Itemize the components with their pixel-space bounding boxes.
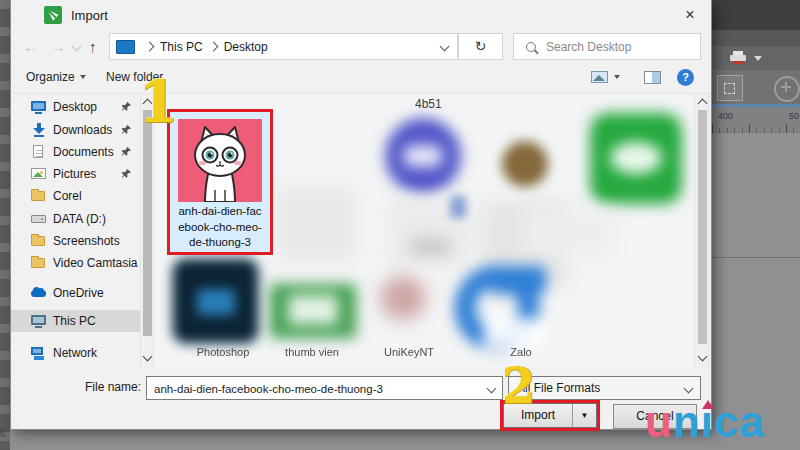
sidebar-item-this-pc[interactable]: This PC — [11, 310, 140, 332]
import-options-icon[interactable]: ▼ — [573, 404, 596, 427]
corel-toolbox-strip — [0, 0, 10, 450]
selected-file-name: anh-dai-dien-fac ebook-cho-meo- de-thuon… — [170, 204, 270, 251]
sidebar-item-pictures[interactable]: Pictures — [11, 163, 140, 185]
pin-icon — [121, 124, 132, 135]
file-label: Zalo — [471, 346, 571, 358]
preview-pane-icon[interactable] — [644, 71, 661, 84]
refresh-button[interactable]: ↻ — [458, 33, 503, 60]
sidebar-item-downloads[interactable]: Downloads — [11, 119, 140, 141]
canvas-edge-line — [712, 257, 800, 258]
navigation-pane: Desktop Downloads Documents Pictures Cor — [11, 94, 140, 368]
import-dialog: Import × ← → ↑ This PC Desktop ↻ — [10, 0, 712, 430]
network-icon — [31, 345, 47, 361]
vertical-ruler-label: 20 — [0, 428, 7, 438]
ruler-label: 400 — [718, 111, 733, 121]
ruler-label: 50 — [789, 111, 799, 121]
sidebar-item-corel[interactable]: Corel — [11, 185, 140, 207]
plus-icon — [774, 76, 800, 102]
pin-icon — [121, 168, 132, 179]
scroll-down-icon[interactable] — [698, 352, 708, 362]
documents-icon — [31, 144, 47, 160]
annotation-step-1: 1 — [138, 68, 178, 136]
scroll-up-icon[interactable] — [698, 99, 708, 109]
blurred-app-icon — [502, 141, 548, 187]
scrollbar-thumb[interactable] — [698, 110, 707, 344]
sidebar-item-video-camtasia[interactable]: Video Camtasia — [11, 252, 140, 274]
breadcrumb-separator-icon — [208, 42, 218, 52]
thumbnail-blurred[interactable] — [270, 284, 356, 338]
sidebar-item-documents[interactable]: Documents — [11, 141, 140, 163]
chevron-down-icon[interactable] — [487, 384, 497, 394]
sidebar-item-desktop[interactable]: Desktop — [11, 96, 140, 118]
watermark-letter: ca — [714, 397, 765, 446]
dialog-title: Import — [71, 8, 108, 23]
breadcrumb-separator-icon — [145, 42, 155, 52]
blurred-file-thumb — [278, 188, 354, 260]
search-icon — [526, 42, 536, 52]
up-icon[interactable]: ↑ — [89, 36, 97, 58]
close-icon[interactable]: × — [673, 2, 707, 27]
annotation-step-2: 2 — [502, 358, 535, 414]
chevron-down-icon — [80, 75, 86, 79]
address-history-icon[interactable] — [440, 42, 450, 52]
sidebar-item-onedrive[interactable]: OneDrive — [11, 282, 140, 304]
folder-icon — [116, 40, 135, 54]
file-list-pane: 4b51 Photoshop thumb vien UniKeyNT Zalo — [154, 94, 694, 368]
unica-watermark: unıca — [645, 397, 765, 447]
screenshot-root: 400 50 20 Import × ← → ↑ This PC — [0, 0, 800, 450]
sidebar-item-screenshots[interactable]: Screenshots — [11, 230, 140, 252]
search-input[interactable] — [544, 39, 678, 55]
printer-icon — [730, 51, 746, 64]
onedrive-cloud-icon — [31, 285, 47, 301]
corel-titlebar — [712, 0, 800, 30]
file-label: Photoshop — [173, 346, 273, 358]
unikey-icon-blurred[interactable] — [380, 276, 426, 320]
downloads-icon — [31, 122, 47, 138]
blurred-app-icon — [385, 118, 461, 194]
navigation-bar: ← → ↑ This PC Desktop ↻ — [11, 32, 711, 62]
file-pane-scrollbar[interactable] — [694, 94, 709, 368]
file-label[interactable]: 4b51 — [415, 97, 442, 111]
selected-file-item[interactable]: anh-dai-dien-fac ebook-cho-meo- de-thuon… — [167, 109, 273, 255]
view-thumbnails-icon[interactable] — [591, 71, 608, 83]
file-name-combo[interactable] — [146, 376, 503, 400]
dialog-titlebar: Import × — [11, 0, 711, 30]
organize-button[interactable]: Organize — [26, 70, 86, 84]
photoshop-icon-blurred[interactable] — [172, 258, 259, 344]
pictures-icon — [31, 166, 47, 182]
chevron-down-icon — [684, 384, 694, 394]
caret-icon — [702, 400, 714, 409]
watermark-letter: n — [673, 397, 701, 446]
sidebar-item-data-drive[interactable]: DATA (D:) — [11, 208, 140, 230]
breadcrumb-desktop[interactable]: Desktop — [224, 40, 268, 54]
watermark-letter: u — [645, 397, 673, 446]
desktop-icon — [31, 99, 47, 115]
corel-property-bar — [712, 70, 800, 104]
sidebar-item-network[interactable]: Network — [11, 342, 140, 364]
corel-toolbar-row — [712, 46, 800, 70]
help-button[interactable]: ? — [677, 69, 694, 86]
search-box[interactable] — [513, 33, 701, 60]
import-dialog-icon — [44, 6, 62, 24]
file-name-input[interactable] — [152, 378, 486, 400]
zalo-icon-blurred[interactable] — [454, 260, 550, 356]
back-icon[interactable]: ← — [23, 36, 38, 58]
view-options-chevron-icon[interactable] — [614, 75, 620, 79]
folder-icon — [31, 255, 47, 271]
folder-icon — [31, 188, 47, 204]
recent-locations-icon[interactable] — [72, 42, 82, 52]
blurred-file-thumb — [450, 196, 466, 218]
corel-right-panel: 400 50 — [712, 0, 800, 450]
address-bar[interactable]: This PC Desktop — [109, 33, 458, 60]
command-bar: Organize New folder ? — [11, 62, 711, 94]
transform-tool-icon — [717, 75, 743, 101]
forward-icon[interactable]: → — [51, 36, 66, 58]
scrollbar-thumb[interactable] — [143, 110, 152, 336]
chevron-down-icon — [754, 56, 762, 61]
breadcrumb-this-pc[interactable]: This PC — [160, 40, 203, 54]
file-name-label: File name: — [11, 380, 141, 394]
watermark-letter: ı — [701, 397, 714, 446]
folder-icon — [31, 233, 47, 249]
scroll-down-icon[interactable] — [143, 352, 153, 362]
corel-menubar — [712, 30, 800, 46]
